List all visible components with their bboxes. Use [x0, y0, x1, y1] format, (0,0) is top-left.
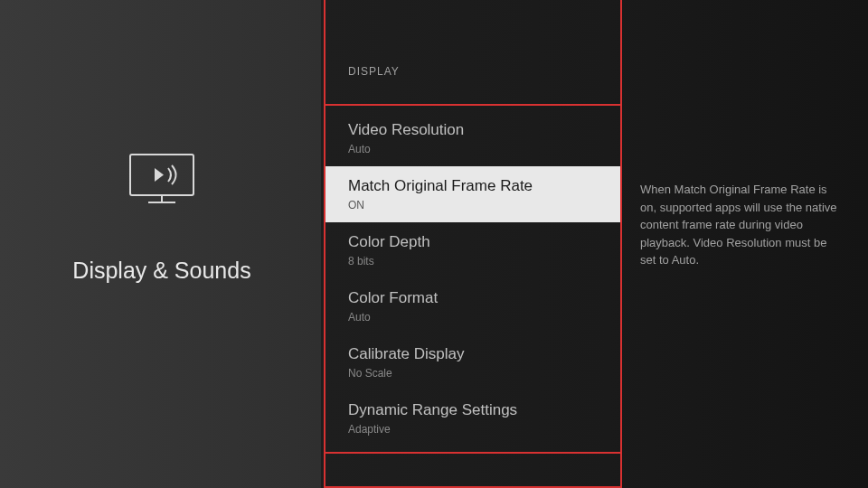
section-header: DISPLAY [348, 65, 400, 78]
menu-item-title: Calibrate Display [348, 345, 598, 363]
menu-item-color-format[interactable]: Color Format Auto [326, 278, 620, 334]
menu-item-title: Video Resolution [348, 121, 598, 139]
page-title: Display & Sounds [72, 258, 250, 284]
menu-item-value: ON [348, 199, 598, 211]
menu-item-video-resolution[interactable]: Video Resolution Auto [326, 110, 620, 166]
menu-item-match-frame-rate[interactable]: Match Original Frame Rate ON [326, 166, 620, 222]
menu-item-value: Auto [348, 311, 598, 324]
description-panel: When Match Original Frame Rate is on, su… [622, 0, 868, 488]
setting-description: When Match Original Frame Rate is on, su… [640, 181, 841, 269]
left-panel: Display & Sounds [0, 0, 324, 488]
menu-item-value: No Scale [348, 367, 598, 380]
settings-menu-panel: DISPLAY Video Resolution Auto Match Orig… [324, 0, 622, 488]
menu-item-title: Dynamic Range Settings [348, 401, 598, 419]
display-sounds-icon [121, 150, 203, 212]
menu-item-title: Match Original Frame Rate [348, 177, 598, 195]
menu-item-dynamic-range[interactable]: Dynamic Range Settings Adaptive [326, 390, 620, 446]
menu-list: Video Resolution Auto Match Original Fra… [326, 110, 620, 446]
menu-item-value: Adaptive [348, 423, 598, 436]
menu-item-title: Color Format [348, 289, 598, 307]
menu-item-color-depth[interactable]: Color Depth 8 bits [326, 222, 620, 278]
menu-item-value: 8 bits [348, 255, 598, 267]
menu-item-value: Auto [348, 143, 598, 155]
menu-item-calibrate-display[interactable]: Calibrate Display No Scale [326, 334, 620, 390]
menu-item-title: Color Depth [348, 233, 598, 251]
